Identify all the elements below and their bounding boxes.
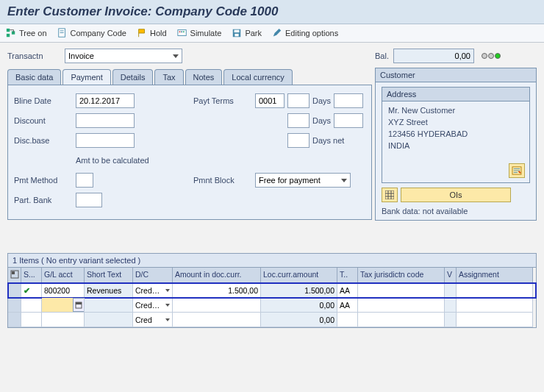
cell-amt-doc[interactable] <box>173 313 261 327</box>
part-bank-label: Part. Bank <box>14 196 73 204</box>
customer-panel-title: Customer <box>376 68 536 82</box>
cell-v[interactable] <box>445 283 457 298</box>
days-net-label: Days net <box>312 136 344 145</box>
cell-t[interactable] <box>337 313 358 327</box>
cell-dc[interactable]: Cred… <box>133 283 173 298</box>
days2-input[interactable] <box>287 113 309 128</box>
tree-on-button[interactable]: Tree on <box>6 28 47 38</box>
address-line: INDIA <box>388 141 523 150</box>
simulate-icon <box>177 28 187 38</box>
editing-options-button[interactable]: Editing options <box>272 28 338 38</box>
svg-rect-18 <box>76 302 82 304</box>
pmnt-block-dropdown[interactable]: Free for payment <box>255 173 351 188</box>
row-selector[interactable] <box>8 313 21 327</box>
svg-rect-7 <box>179 31 180 32</box>
col-assign[interactable]: Assignment <box>457 268 533 283</box>
days2-val-input[interactable] <box>334 113 363 128</box>
tab-basic-data[interactable]: Basic data <box>7 69 61 85</box>
ois-button[interactable]: OIs <box>401 188 511 202</box>
cell-assign[interactable] <box>457 298 533 313</box>
cell-t[interactable]: AA <box>337 283 358 298</box>
svg-rect-16 <box>12 271 15 274</box>
payt-terms-input[interactable]: 0001 <box>255 93 284 108</box>
col-amt-doc[interactable]: Amount in doc.curr. <box>173 268 261 283</box>
cell-tax[interactable] <box>358 283 445 298</box>
transactn-dropdown[interactable]: Invoice <box>65 49 182 63</box>
col-dc[interactable]: D/C <box>133 268 173 283</box>
cell-gl[interactable] <box>42 298 85 313</box>
cell-status <box>21 298 42 313</box>
bank-data-text: Bank data: not available <box>382 207 530 215</box>
tab-local-currency[interactable]: Local currency <box>223 69 293 85</box>
pmnt-block-label: Pmnt Block <box>193 176 252 185</box>
svg-rect-4 <box>60 31 63 32</box>
days3-input[interactable] <box>287 133 309 148</box>
cell-v[interactable] <box>445 298 457 313</box>
row-selector[interactable] <box>8 283 21 298</box>
tab-payment[interactable]: Payment <box>62 69 110 85</box>
pencil-icon <box>272 28 282 38</box>
svg-rect-14 <box>385 190 394 199</box>
pmt-method-label: Pmt Method <box>14 176 73 185</box>
tabs: Basic data Payment Details Tax Notes Loc… <box>7 69 372 85</box>
svg-rect-9 <box>182 31 184 32</box>
payt-terms-label: Payt Terms <box>193 96 252 105</box>
tab-details[interactable]: Details <box>112 69 154 85</box>
tab-tax[interactable]: Tax <box>154 69 183 85</box>
cell-dc[interactable]: Cred… <box>133 298 173 313</box>
cell-dc[interactable]: Cred <box>133 313 173 327</box>
grid-caption: 1 Items ( No entry variant selected ) <box>8 254 536 268</box>
row-selector[interactable] <box>8 298 21 313</box>
grid-icon-button[interactable] <box>382 188 398 202</box>
hold-button[interactable]: Hold <box>137 28 167 38</box>
cell-gl[interactable] <box>42 313 85 327</box>
col-t[interactable]: T.. <box>337 268 358 283</box>
page-title: Enter Customer Invoice: Company Code 100… <box>0 0 544 24</box>
select-all-icon <box>10 270 19 279</box>
bline-date-input[interactable]: 20.12.2017 <box>76 93 135 108</box>
search-help-icon[interactable] <box>73 298 85 312</box>
company-code-button[interactable]: Company Code <box>57 28 126 38</box>
grid-icon <box>385 190 394 199</box>
cell-assign[interactable] <box>457 313 533 327</box>
table-row[interactable]: Cred… 0,00 AA <box>8 298 536 313</box>
simulate-button[interactable]: Simulate <box>177 28 222 38</box>
svg-rect-0 <box>7 29 10 32</box>
col-v[interactable]: V <box>445 268 457 283</box>
cell-gl[interactable]: 800200 <box>42 283 85 298</box>
address-line: XYZ Street <box>388 118 523 126</box>
tab-notes[interactable]: Notes <box>185 69 223 85</box>
pmt-method-input[interactable] <box>76 173 93 188</box>
cell-t[interactable]: AA <box>337 298 358 313</box>
detail-icon <box>512 166 522 175</box>
table-row[interactable]: Cred 0,00 <box>8 313 536 327</box>
col-gl[interactable]: G/L acct <box>42 268 85 283</box>
park-button[interactable]: Park <box>232 28 262 38</box>
ois-label: OIs <box>449 190 462 199</box>
table-row[interactable]: ✔ 800200 Revenues Cred… 1.500,00 1.500,0… <box>8 283 536 298</box>
col-tax[interactable]: Tax jurisdictn code <box>358 268 445 283</box>
cell-amt-loc: 0,00 <box>261 298 337 313</box>
address-detail-button[interactable] <box>509 163 525 178</box>
cell-amt-doc[interactable]: 1.500,00 <box>173 283 261 298</box>
cell-tax[interactable] <box>358 313 445 327</box>
cell-short <box>85 298 133 313</box>
transactn-label: Transactn <box>7 51 60 60</box>
disc-base-input[interactable] <box>76 133 135 148</box>
cell-assign[interactable] <box>457 283 533 298</box>
days1-label: Days <box>312 96 331 105</box>
cell-v[interactable] <box>445 313 457 327</box>
col-amt-loc[interactable]: Loc.curr.amount <box>261 268 337 283</box>
col-short[interactable]: Short Text <box>85 268 133 283</box>
transactn-value: Invoice <box>68 51 94 60</box>
days1-input[interactable] <box>287 93 309 108</box>
svg-rect-11 <box>235 30 240 33</box>
col-status[interactable]: S... <box>21 268 42 283</box>
balance-label: Bal. <box>375 51 389 60</box>
cell-amt-doc[interactable] <box>173 298 261 313</box>
days1-val-input[interactable] <box>334 93 363 108</box>
col-select-all[interactable] <box>8 268 21 283</box>
discount-input[interactable] <box>76 113 135 128</box>
part-bank-input[interactable] <box>76 193 102 207</box>
cell-tax[interactable] <box>358 298 445 313</box>
